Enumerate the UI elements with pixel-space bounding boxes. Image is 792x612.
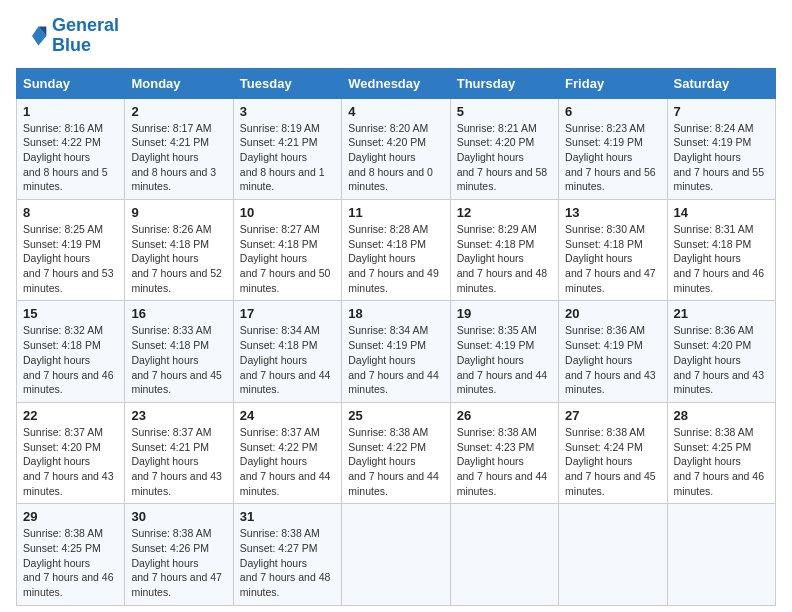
weekday-header: Monday	[125, 68, 233, 98]
day-number: 3	[240, 104, 335, 119]
day-info: Sunrise: 8:17 AMSunset: 4:21 PMDaylight …	[131, 122, 216, 193]
calendar-day-cell: 15 Sunrise: 8:32 AMSunset: 4:18 PMDaylig…	[17, 301, 125, 402]
calendar-day-cell: 28 Sunrise: 8:38 AMSunset: 4:25 PMDaylig…	[667, 402, 775, 503]
day-number: 22	[23, 408, 118, 423]
weekday-header: Tuesday	[233, 68, 341, 98]
calendar-week-row: 22 Sunrise: 8:37 AMSunset: 4:20 PMDaylig…	[17, 402, 776, 503]
day-number: 5	[457, 104, 552, 119]
day-number: 28	[674, 408, 769, 423]
calendar-day-cell: 6 Sunrise: 8:23 AMSunset: 4:19 PMDayligh…	[559, 98, 667, 199]
calendar-day-cell: 5 Sunrise: 8:21 AMSunset: 4:20 PMDayligh…	[450, 98, 558, 199]
day-info: Sunrise: 8:38 AMSunset: 4:23 PMDaylight …	[457, 426, 548, 497]
calendar-day-cell: 13 Sunrise: 8:30 AMSunset: 4:18 PMDaylig…	[559, 200, 667, 301]
calendar-week-row: 15 Sunrise: 8:32 AMSunset: 4:18 PMDaylig…	[17, 301, 776, 402]
calendar-day-cell: 24 Sunrise: 8:37 AMSunset: 4:22 PMDaylig…	[233, 402, 341, 503]
day-number: 20	[565, 306, 660, 321]
day-number: 26	[457, 408, 552, 423]
calendar-day-cell: 2 Sunrise: 8:17 AMSunset: 4:21 PMDayligh…	[125, 98, 233, 199]
day-info: Sunrise: 8:36 AMSunset: 4:19 PMDaylight …	[565, 324, 656, 395]
day-number: 25	[348, 408, 443, 423]
calendar-day-cell: 22 Sunrise: 8:37 AMSunset: 4:20 PMDaylig…	[17, 402, 125, 503]
day-info: Sunrise: 8:38 AMSunset: 4:26 PMDaylight …	[131, 527, 222, 598]
calendar-day-cell: 16 Sunrise: 8:33 AMSunset: 4:18 PMDaylig…	[125, 301, 233, 402]
day-number: 23	[131, 408, 226, 423]
day-number: 16	[131, 306, 226, 321]
day-info: Sunrise: 8:29 AMSunset: 4:18 PMDaylight …	[457, 223, 548, 294]
calendar-day-cell: 17 Sunrise: 8:34 AMSunset: 4:18 PMDaylig…	[233, 301, 341, 402]
day-number: 1	[23, 104, 118, 119]
day-number: 27	[565, 408, 660, 423]
day-info: Sunrise: 8:21 AMSunset: 4:20 PMDaylight …	[457, 122, 548, 193]
page-header: General Blue	[16, 16, 776, 56]
calendar-day-cell	[667, 504, 775, 605]
calendar-day-cell: 25 Sunrise: 8:38 AMSunset: 4:22 PMDaylig…	[342, 402, 450, 503]
calendar-day-cell	[559, 504, 667, 605]
day-info: Sunrise: 8:37 AMSunset: 4:21 PMDaylight …	[131, 426, 222, 497]
day-info: Sunrise: 8:28 AMSunset: 4:18 PMDaylight …	[348, 223, 439, 294]
day-number: 9	[131, 205, 226, 220]
day-info: Sunrise: 8:38 AMSunset: 4:27 PMDaylight …	[240, 527, 331, 598]
day-info: Sunrise: 8:26 AMSunset: 4:18 PMDaylight …	[131, 223, 222, 294]
calendar-day-cell: 12 Sunrise: 8:29 AMSunset: 4:18 PMDaylig…	[450, 200, 558, 301]
day-number: 17	[240, 306, 335, 321]
day-info: Sunrise: 8:38 AMSunset: 4:24 PMDaylight …	[565, 426, 656, 497]
weekday-header: Thursday	[450, 68, 558, 98]
day-number: 19	[457, 306, 552, 321]
logo-icon	[16, 20, 48, 52]
calendar-day-cell: 1 Sunrise: 8:16 AMSunset: 4:22 PMDayligh…	[17, 98, 125, 199]
calendar-day-cell: 26 Sunrise: 8:38 AMSunset: 4:23 PMDaylig…	[450, 402, 558, 503]
day-info: Sunrise: 8:20 AMSunset: 4:20 PMDaylight …	[348, 122, 433, 193]
day-number: 8	[23, 205, 118, 220]
calendar-day-cell: 14 Sunrise: 8:31 AMSunset: 4:18 PMDaylig…	[667, 200, 775, 301]
calendar-day-cell: 20 Sunrise: 8:36 AMSunset: 4:19 PMDaylig…	[559, 301, 667, 402]
calendar-header-row: SundayMondayTuesdayWednesdayThursdayFrid…	[17, 68, 776, 98]
day-info: Sunrise: 8:38 AMSunset: 4:22 PMDaylight …	[348, 426, 439, 497]
weekday-header: Friday	[559, 68, 667, 98]
calendar-day-cell: 21 Sunrise: 8:36 AMSunset: 4:20 PMDaylig…	[667, 301, 775, 402]
calendar-day-cell: 8 Sunrise: 8:25 AMSunset: 4:19 PMDayligh…	[17, 200, 125, 301]
day-number: 4	[348, 104, 443, 119]
logo-text: General Blue	[52, 16, 119, 56]
day-info: Sunrise: 8:38 AMSunset: 4:25 PMDaylight …	[23, 527, 114, 598]
day-number: 11	[348, 205, 443, 220]
calendar-day-cell: 19 Sunrise: 8:35 AMSunset: 4:19 PMDaylig…	[450, 301, 558, 402]
day-info: Sunrise: 8:32 AMSunset: 4:18 PMDaylight …	[23, 324, 114, 395]
logo: General Blue	[16, 16, 119, 56]
day-number: 15	[23, 306, 118, 321]
day-info: Sunrise: 8:31 AMSunset: 4:18 PMDaylight …	[674, 223, 765, 294]
calendar-day-cell: 29 Sunrise: 8:38 AMSunset: 4:25 PMDaylig…	[17, 504, 125, 605]
calendar-day-cell: 23 Sunrise: 8:37 AMSunset: 4:21 PMDaylig…	[125, 402, 233, 503]
calendar-day-cell: 31 Sunrise: 8:38 AMSunset: 4:27 PMDaylig…	[233, 504, 341, 605]
day-info: Sunrise: 8:30 AMSunset: 4:18 PMDaylight …	[565, 223, 656, 294]
weekday-header: Wednesday	[342, 68, 450, 98]
weekday-header: Sunday	[17, 68, 125, 98]
calendar-day-cell	[342, 504, 450, 605]
calendar-week-row: 8 Sunrise: 8:25 AMSunset: 4:19 PMDayligh…	[17, 200, 776, 301]
day-info: Sunrise: 8:33 AMSunset: 4:18 PMDaylight …	[131, 324, 222, 395]
day-number: 29	[23, 509, 118, 524]
day-number: 7	[674, 104, 769, 119]
day-info: Sunrise: 8:35 AMSunset: 4:19 PMDaylight …	[457, 324, 548, 395]
calendar-day-cell	[450, 504, 558, 605]
calendar-day-cell: 10 Sunrise: 8:27 AMSunset: 4:18 PMDaylig…	[233, 200, 341, 301]
calendar-table: SundayMondayTuesdayWednesdayThursdayFrid…	[16, 68, 776, 606]
day-info: Sunrise: 8:25 AMSunset: 4:19 PMDaylight …	[23, 223, 114, 294]
calendar-week-row: 29 Sunrise: 8:38 AMSunset: 4:25 PMDaylig…	[17, 504, 776, 605]
day-info: Sunrise: 8:23 AMSunset: 4:19 PMDaylight …	[565, 122, 656, 193]
calendar-day-cell: 27 Sunrise: 8:38 AMSunset: 4:24 PMDaylig…	[559, 402, 667, 503]
calendar-day-cell: 18 Sunrise: 8:34 AMSunset: 4:19 PMDaylig…	[342, 301, 450, 402]
calendar-day-cell: 9 Sunrise: 8:26 AMSunset: 4:18 PMDayligh…	[125, 200, 233, 301]
day-number: 14	[674, 205, 769, 220]
calendar-day-cell: 4 Sunrise: 8:20 AMSunset: 4:20 PMDayligh…	[342, 98, 450, 199]
calendar-day-cell: 11 Sunrise: 8:28 AMSunset: 4:18 PMDaylig…	[342, 200, 450, 301]
day-number: 18	[348, 306, 443, 321]
day-info: Sunrise: 8:34 AMSunset: 4:19 PMDaylight …	[348, 324, 439, 395]
day-number: 2	[131, 104, 226, 119]
calendar-day-cell: 30 Sunrise: 8:38 AMSunset: 4:26 PMDaylig…	[125, 504, 233, 605]
day-number: 12	[457, 205, 552, 220]
day-number: 24	[240, 408, 335, 423]
day-number: 21	[674, 306, 769, 321]
day-info: Sunrise: 8:16 AMSunset: 4:22 PMDaylight …	[23, 122, 108, 193]
weekday-header: Saturday	[667, 68, 775, 98]
day-info: Sunrise: 8:36 AMSunset: 4:20 PMDaylight …	[674, 324, 765, 395]
